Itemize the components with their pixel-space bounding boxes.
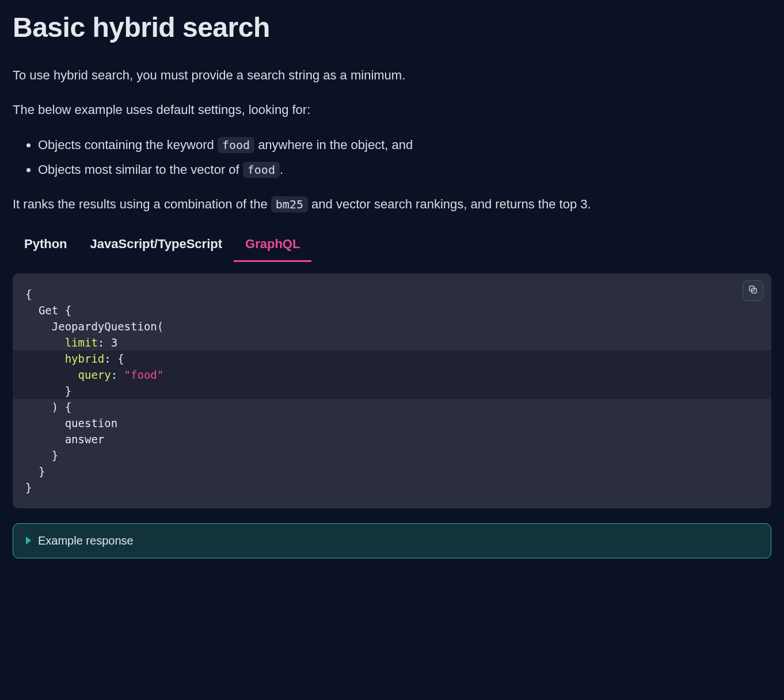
example-response-details[interactable]: Example response xyxy=(13,523,771,558)
example-response-label: Example response xyxy=(38,534,134,547)
ranking-text: It ranks the results using a combination… xyxy=(13,197,271,211)
list-text: anywhere in the object, and xyxy=(254,138,413,152)
inline-code-food: food xyxy=(243,162,280,178)
code-content: { Get { JeopardyQuestion( limit: 3 hybri… xyxy=(13,273,771,508)
list-text: Objects containing the keyword xyxy=(38,138,218,152)
list-text: . xyxy=(280,162,283,177)
inline-code-food: food xyxy=(218,137,254,153)
criteria-list: Objects containing the keyword food anyw… xyxy=(13,135,771,179)
intro-paragraph-1: To use hybrid search, you must provide a… xyxy=(13,66,771,85)
tab-graphql[interactable]: GraphQL xyxy=(245,231,300,262)
tab-python[interactable]: Python xyxy=(24,231,67,262)
intro-paragraph-2: The below example uses default settings,… xyxy=(13,101,771,119)
list-item: Objects most similar to the vector of fo… xyxy=(38,160,771,179)
ranking-text: and vector search rankings, and returns … xyxy=(308,197,591,211)
language-tabs: Python JavaScript/TypeScript GraphQL xyxy=(24,231,771,262)
code-block: { Get { JeopardyQuestion( limit: 3 hybri… xyxy=(13,273,771,508)
example-response-summary[interactable]: Example response xyxy=(13,524,771,558)
tab-javascript-typescript[interactable]: JavaScript/TypeScript xyxy=(90,231,222,262)
inline-code-bm25: bm25 xyxy=(271,196,308,212)
page-heading: Basic hybrid search xyxy=(13,12,771,43)
list-item: Objects containing the keyword food anyw… xyxy=(38,135,771,154)
chevron-right-icon xyxy=(26,537,31,545)
list-text: Objects most similar to the vector of xyxy=(38,162,243,177)
copy-icon xyxy=(748,284,758,297)
ranking-paragraph: It ranks the results using a combination… xyxy=(13,195,771,214)
copy-button[interactable] xyxy=(743,280,763,301)
